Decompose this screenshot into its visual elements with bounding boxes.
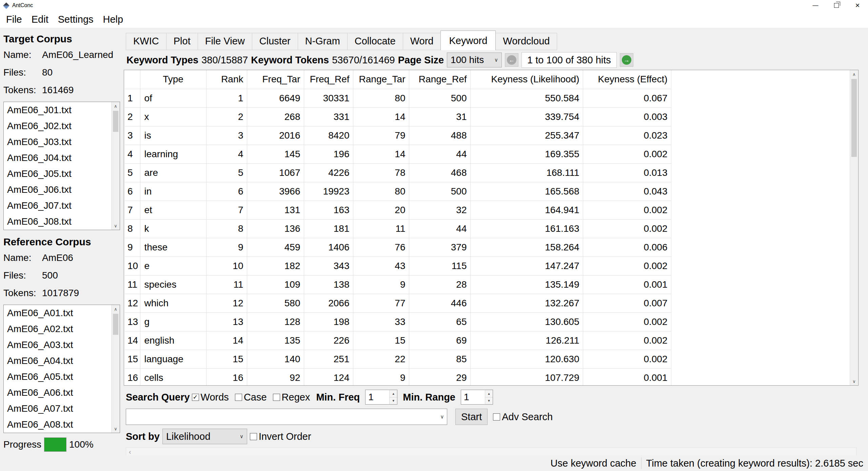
min-freq-input[interactable]: 1 ▴ ▾ — [365, 390, 397, 405]
table-row[interactable]: 1 of 1 6649 30331 80 500 550.584 0.067 — [125, 89, 671, 107]
cell-freq-ref[interactable]: 30331 — [304, 89, 353, 107]
cell-freq-ref[interactable]: 163 — [304, 201, 353, 219]
cell-keyness-effect[interactable]: 0.001 — [583, 275, 671, 294]
table-row[interactable]: 13 g 13 128 198 33 65 130.605 0.002 — [125, 312, 671, 331]
cell-type[interactable]: english — [140, 331, 206, 350]
file-item[interactable]: AmE06_J04.txt — [4, 150, 120, 166]
cell-range-ref[interactable]: 115 — [409, 257, 470, 275]
cell-freq-ref[interactable]: 1406 — [304, 238, 353, 257]
cell-type[interactable]: e — [140, 257, 206, 275]
table-row[interactable]: 5 are 5 1067 4226 78 468 168.111 0.013 — [125, 163, 671, 182]
results-scrollbar[interactable]: ∧ ∨ — [850, 70, 858, 385]
cell-freq-tar[interactable]: 459 — [247, 238, 304, 257]
table-row[interactable]: 4 learning 4 145 196 14 44 169.355 0.002 — [125, 145, 671, 163]
cell-freq-tar[interactable]: 182 — [247, 257, 304, 275]
table-row[interactable]: 11 species 11 109 138 9 28 135.149 0.001 — [125, 275, 671, 294]
cell-range-tar[interactable]: 15 — [353, 331, 409, 350]
cell-index[interactable]: 2 — [125, 107, 140, 126]
file-item[interactable]: AmE06_J05.txt — [4, 166, 120, 182]
cell-range-ref[interactable]: 379 — [409, 238, 470, 257]
cell-keyness-effect[interactable]: 0.002 — [583, 312, 671, 331]
cell-type[interactable]: learning — [140, 145, 206, 163]
scrollbar-thumb[interactable] — [113, 111, 118, 132]
cell-freq-tar[interactable]: 6649 — [247, 89, 304, 107]
scroll-down-icon[interactable]: ∨ — [850, 377, 858, 385]
menu-item[interactable]: Help — [98, 14, 128, 25]
cell-keyness-likelihood[interactable]: 169.355 — [470, 145, 583, 163]
cell-keyness-effect[interactable]: 0.002 — [583, 219, 671, 238]
scrollbar-thumb[interactable] — [851, 79, 857, 157]
cell-rank[interactable]: 7 — [206, 201, 247, 219]
cell-keyness-effect[interactable]: 0.013 — [583, 163, 671, 182]
regex-checkbox[interactable] — [273, 394, 280, 401]
cell-rank[interactable]: 8 — [206, 219, 247, 238]
cell-keyness-likelihood[interactable]: 168.111 — [470, 163, 583, 182]
cell-keyness-likelihood[interactable]: 126.211 — [470, 331, 583, 350]
cell-range-tar[interactable]: 76 — [353, 238, 409, 257]
cell-range-tar[interactable]: 11 — [353, 219, 409, 238]
cell-type[interactable]: of — [140, 89, 206, 107]
cell-type[interactable]: x — [140, 107, 206, 126]
cell-keyness-effect[interactable]: 0.002 — [583, 331, 671, 350]
scrollbar-thumb[interactable] — [113, 314, 118, 335]
minimize-button[interactable]: — — [805, 0, 826, 11]
cell-index[interactable]: 3 — [125, 126, 140, 145]
scroll-down-icon[interactable]: ∨ — [112, 425, 120, 433]
cell-keyness-effect[interactable]: 0.002 — [583, 201, 671, 219]
cell-freq-tar[interactable]: 135 — [247, 331, 304, 350]
table-row[interactable]: 2 x 2 268 331 14 31 339.754 0.003 — [125, 107, 671, 126]
cell-freq-ref[interactable]: 331 — [304, 107, 353, 126]
cell-index[interactable]: 5 — [125, 163, 140, 182]
cell-rank[interactable]: 11 — [206, 275, 247, 294]
file-item[interactable]: AmE06_J08.txt — [4, 213, 120, 229]
cell-keyness-likelihood[interactable]: 158.264 — [470, 238, 583, 257]
cell-keyness-likelihood[interactable]: 130.605 — [470, 312, 583, 331]
cell-range-ref[interactable]: 28 — [409, 275, 470, 294]
cell-freq-ref[interactable]: 181 — [304, 219, 353, 238]
table-row[interactable]: 6 in 6 3966 19923 80 500 165.568 0.043 — [125, 182, 671, 201]
scroll-down-icon[interactable]: ∨ — [112, 222, 120, 230]
col-header-index[interactable] — [125, 70, 140, 89]
cell-freq-tar[interactable]: 140 — [247, 350, 304, 368]
cell-freq-ref[interactable]: 8420 — [304, 126, 353, 145]
cell-range-tar[interactable]: 9 — [353, 368, 409, 386]
cell-range-ref[interactable]: 468 — [409, 163, 470, 182]
table-row[interactable]: 15 language 15 140 251 22 85 120.630 0.0… — [125, 350, 671, 368]
cell-range-ref[interactable]: 488 — [409, 126, 470, 145]
cell-range-tar[interactable]: 78 — [353, 163, 409, 182]
cell-index[interactable]: 9 — [125, 238, 140, 257]
cell-rank[interactable]: 4 — [206, 145, 247, 163]
cell-rank[interactable]: 15 — [206, 350, 247, 368]
col-header-range-ref[interactable]: Range_Ref — [409, 70, 470, 89]
cell-keyness-likelihood[interactable]: 165.568 — [470, 182, 583, 201]
cell-keyness-effect[interactable]: 0.023 — [583, 126, 671, 145]
cell-type[interactable]: g — [140, 312, 206, 331]
cell-rank[interactable]: 16 — [206, 368, 247, 386]
cell-rank[interactable]: 3 — [206, 126, 247, 145]
file-item[interactable]: AmE06_A07.txt — [4, 401, 120, 416]
file-item[interactable]: AmE06_J07.txt — [4, 198, 120, 213]
invert-order-checkbox[interactable] — [250, 433, 257, 440]
file-item[interactable]: AmE06_A01.txt — [4, 305, 120, 321]
tab[interactable]: Plot — [166, 33, 198, 50]
table-row[interactable]: 14 english 14 135 226 15 69 126.211 0.00… — [125, 331, 671, 350]
cell-rank[interactable]: 14 — [206, 331, 247, 350]
cell-index[interactable]: 4 — [125, 145, 140, 163]
cell-freq-ref[interactable]: 138 — [304, 275, 353, 294]
sort-by-select[interactable]: Likelihood ∨ — [162, 429, 247, 444]
prev-page-button[interactable]: ← — [505, 53, 518, 67]
cell-range-tar[interactable]: 22 — [353, 350, 409, 368]
cell-freq-tar[interactable]: 1067 — [247, 163, 304, 182]
col-header-keyness-effect[interactable]: Keyness (Effect) — [583, 70, 671, 89]
cell-rank[interactable]: 9 — [206, 238, 247, 257]
spin-down-icon[interactable]: ▾ — [390, 397, 397, 405]
close-button[interactable]: ✕ — [847, 0, 868, 11]
tab[interactable]: Cluster — [252, 33, 298, 50]
cell-range-ref[interactable]: 65 — [409, 312, 470, 331]
cell-keyness-effect[interactable]: 0.002 — [583, 257, 671, 275]
cell-keyness-likelihood[interactable]: 107.729 — [470, 368, 583, 386]
cell-freq-ref[interactable]: 19923 — [304, 182, 353, 201]
cell-freq-tar[interactable]: 2016 — [247, 126, 304, 145]
cell-keyness-likelihood[interactable]: 164.941 — [470, 201, 583, 219]
cell-rank[interactable]: 10 — [206, 257, 247, 275]
